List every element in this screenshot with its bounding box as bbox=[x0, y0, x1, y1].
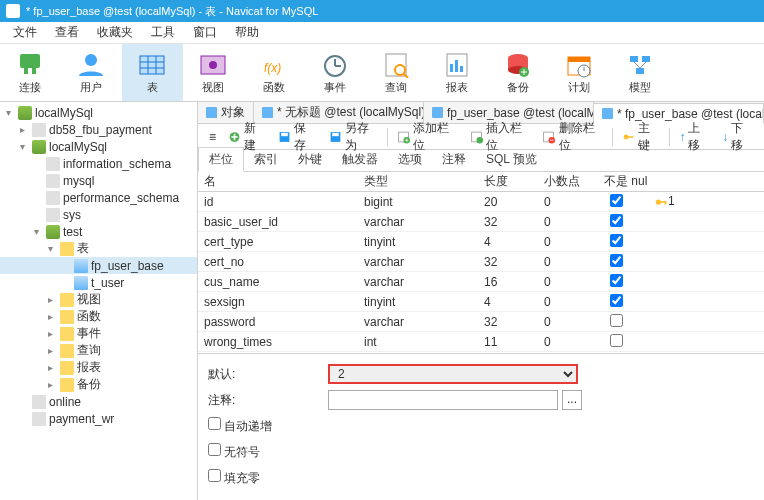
notnull-check[interactable] bbox=[610, 234, 623, 247]
column-row[interactable]: wrong_timesint110 bbox=[198, 332, 764, 352]
toolbar-query-button[interactable]: 查询 bbox=[366, 44, 427, 101]
menu-item[interactable]: 帮助 bbox=[226, 24, 268, 41]
menu-button[interactable]: ≡ bbox=[204, 130, 221, 144]
default-label: 默认: bbox=[208, 366, 328, 383]
tree-node[interactable]: online bbox=[0, 393, 197, 410]
comment-more-button[interactable]: ... bbox=[562, 390, 582, 410]
tree-node[interactable]: performance_schema bbox=[0, 189, 197, 206]
svg-rect-21 bbox=[460, 66, 463, 72]
notnull-check[interactable] bbox=[610, 254, 623, 267]
columns-grid[interactable]: 名类型长度小数点不是 null idbigint2001basic_user_i… bbox=[198, 172, 764, 353]
svg-text:f(x): f(x) bbox=[264, 61, 281, 75]
column-row[interactable]: cus_namevarchar160 bbox=[198, 272, 764, 292]
column-row[interactable]: cert_novarchar320 bbox=[198, 252, 764, 272]
tree-node[interactable]: ▸查询 bbox=[0, 342, 197, 359]
toolbar-event-button[interactable]: 事件 bbox=[305, 44, 366, 101]
subtab[interactable]: 栏位 bbox=[198, 147, 244, 172]
svg-rect-0 bbox=[20, 54, 40, 68]
tree-node[interactable]: mysql bbox=[0, 172, 197, 189]
svg-rect-50 bbox=[665, 201, 667, 205]
svg-rect-37 bbox=[282, 132, 289, 135]
tree-node[interactable]: information_schema bbox=[0, 155, 197, 172]
notnull-check[interactable] bbox=[610, 214, 623, 227]
tree-node[interactable]: sys bbox=[0, 206, 197, 223]
subtab[interactable]: SQL 预览 bbox=[476, 148, 547, 171]
svg-rect-39 bbox=[332, 132, 339, 135]
subtab[interactable]: 注释 bbox=[432, 148, 476, 171]
svg-rect-1 bbox=[24, 68, 28, 74]
comment-input[interactable] bbox=[328, 390, 558, 410]
toolbar-fx-button[interactable]: f(x)函数 bbox=[244, 44, 305, 101]
tree-node[interactable]: t_user bbox=[0, 274, 197, 291]
menu-item[interactable]: 查看 bbox=[46, 24, 88, 41]
tree-node[interactable]: ▾localMySql bbox=[0, 138, 197, 155]
unsigned-check[interactable]: 无符号 bbox=[208, 443, 260, 461]
main-toolbar: 连接用户表视图f(x)函数事件查询报表备份计划模型 bbox=[0, 44, 764, 102]
notnull-check[interactable] bbox=[610, 194, 623, 207]
tree-node[interactable]: payment_wr bbox=[0, 410, 197, 427]
menu-item[interactable]: 窗口 bbox=[184, 24, 226, 41]
subtab[interactable]: 触发器 bbox=[332, 148, 388, 171]
object-tree[interactable]: ▾localMySql▸db58_fbu_payment▾localMySqli… bbox=[0, 102, 198, 500]
window-title: * fp_user_base @test (localMySql) - 表 - … bbox=[26, 4, 318, 19]
subtab[interactable]: 外键 bbox=[288, 148, 332, 171]
svg-rect-47 bbox=[628, 136, 634, 138]
column-row[interactable]: passwordvarchar320 bbox=[198, 312, 764, 332]
tree-node[interactable]: fp_user_base bbox=[0, 257, 197, 274]
default-select[interactable]: 2 bbox=[328, 364, 578, 384]
svg-rect-31 bbox=[642, 56, 650, 62]
menu-item[interactable]: 文件 bbox=[4, 24, 46, 41]
column-row[interactable]: sexsigntinyint40 bbox=[198, 292, 764, 312]
tree-node[interactable]: ▸视图 bbox=[0, 291, 197, 308]
notnull-check[interactable] bbox=[610, 334, 623, 347]
column-detail: 默认:2 注释:... 自动递增 无符号 填充零 bbox=[198, 353, 764, 500]
tree-node[interactable]: ▾表 bbox=[0, 240, 197, 257]
svg-rect-19 bbox=[450, 64, 453, 72]
comment-label: 注释: bbox=[208, 392, 328, 409]
tree-node[interactable]: ▾test bbox=[0, 223, 197, 240]
menubar: 文件查看收藏夹工具窗口帮助 bbox=[0, 22, 764, 44]
column-row[interactable]: idbigint2001 bbox=[198, 192, 764, 212]
app-icon bbox=[6, 4, 20, 18]
pk-button[interactable]: 主键 bbox=[617, 120, 665, 154]
down-button[interactable]: ↓下移 bbox=[717, 120, 758, 154]
delcol-button[interactable]: 删除栏位 bbox=[537, 120, 608, 154]
toolbar-table-button[interactable]: 表 bbox=[122, 44, 183, 101]
up-button[interactable]: ↑上移 bbox=[674, 120, 715, 154]
tree-node[interactable]: ▸报表 bbox=[0, 359, 197, 376]
svg-rect-4 bbox=[140, 56, 164, 74]
menu-item[interactable]: 收藏夹 bbox=[88, 24, 142, 41]
toolbar-view-button[interactable]: 视图 bbox=[183, 44, 244, 101]
svg-line-34 bbox=[640, 62, 646, 68]
toolbar-model-button[interactable]: 模型 bbox=[610, 44, 671, 101]
content-pane: 对象* 无标题 @test (localMySql) ...fp_user_ba… bbox=[198, 102, 764, 500]
titlebar: * fp_user_base @test (localMySql) - 表 - … bbox=[0, 0, 764, 22]
tree-node[interactable]: ▸备份 bbox=[0, 376, 197, 393]
tree-node[interactable]: ▾localMySql bbox=[0, 104, 197, 121]
notnull-check[interactable] bbox=[610, 294, 623, 307]
tree-node[interactable]: ▸事件 bbox=[0, 325, 197, 342]
svg-rect-30 bbox=[630, 56, 638, 62]
tree-node[interactable]: ▸db58_fbu_payment bbox=[0, 121, 197, 138]
column-row[interactable]: basic_user_idvarchar320 bbox=[198, 212, 764, 232]
tree-node[interactable]: ▸函数 bbox=[0, 308, 197, 325]
svg-line-17 bbox=[404, 74, 408, 78]
toolbar-plug-button[interactable]: 连接 bbox=[0, 44, 61, 101]
svg-rect-32 bbox=[636, 68, 644, 74]
svg-point-43 bbox=[476, 137, 483, 144]
notnull-check[interactable] bbox=[610, 314, 623, 327]
svg-point-3 bbox=[85, 54, 97, 66]
subtab[interactable]: 选项 bbox=[388, 148, 432, 171]
zerofill-check[interactable]: 填充零 bbox=[208, 469, 260, 487]
menu-item[interactable]: 工具 bbox=[142, 24, 184, 41]
toolbar-user-button[interactable]: 用户 bbox=[61, 44, 122, 101]
toolbar-report-button[interactable]: 报表 bbox=[427, 44, 488, 101]
toolbar-backup-button[interactable]: 备份 bbox=[488, 44, 549, 101]
svg-line-33 bbox=[634, 62, 640, 68]
column-row[interactable]: cert_typetinyint40 bbox=[198, 232, 764, 252]
autoinc-check[interactable]: 自动递增 bbox=[208, 417, 272, 435]
toolbar-sched-button[interactable]: 计划 bbox=[549, 44, 610, 101]
svg-rect-2 bbox=[32, 68, 36, 74]
notnull-check[interactable] bbox=[610, 274, 623, 287]
subtab[interactable]: 索引 bbox=[244, 148, 288, 171]
